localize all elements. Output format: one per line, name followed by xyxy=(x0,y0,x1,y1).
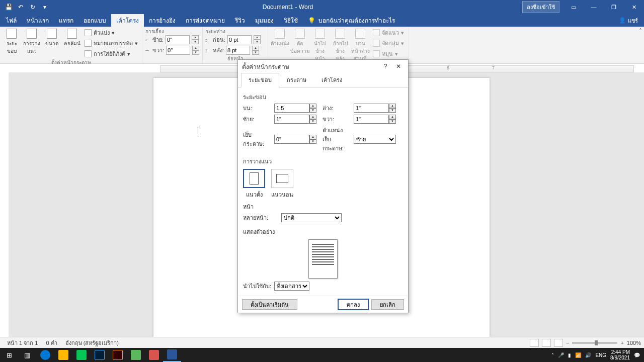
breaks-button[interactable]: ตัวแบ่ง ▾ xyxy=(83,28,140,38)
tray-wifi-icon[interactable]: 📶 xyxy=(575,352,581,358)
breaks-label: ตัวแบ่ง xyxy=(94,28,110,37)
vertical-ruler[interactable] xyxy=(0,73,9,341)
signin-button[interactable]: ลงชื่อเข้าใช้ xyxy=(522,1,559,13)
save-icon[interactable]: 💾 xyxy=(3,2,14,13)
zoom-out-icon[interactable]: − xyxy=(566,340,569,346)
dialog-tab-paper[interactable]: กระดาษ xyxy=(279,73,314,87)
spinner-left[interactable]: ▲▼ xyxy=(309,115,316,124)
margins-label: ระยะขอบ xyxy=(3,40,20,55)
align-button[interactable]: จัดแนว ▾ xyxy=(371,28,406,38)
tab-mailings[interactable]: การส่งจดหมาย xyxy=(181,14,230,27)
tab-references[interactable]: การอ้างอิง xyxy=(144,14,181,27)
tray-clock[interactable]: 2:44 PM 8/9/2021 xyxy=(610,349,630,360)
tray-lang[interactable]: ENG xyxy=(595,352,606,358)
indent-right-input[interactable] xyxy=(166,46,190,55)
input-bottom[interactable] xyxy=(354,104,389,113)
input-gutter[interactable] xyxy=(274,135,309,144)
spacing-after-input[interactable] xyxy=(226,46,250,55)
maximize-icon[interactable]: ❐ xyxy=(604,0,624,14)
indent-right-row: → ขวา: ▲▼ xyxy=(144,46,199,55)
tray-notifications-icon[interactable]: 💬 xyxy=(634,352,640,358)
qat-more-icon[interactable]: ▾ xyxy=(39,2,50,13)
line-numbers-button[interactable]: หมายเลขบรรทัด ▾ xyxy=(83,38,140,48)
share-button[interactable]: 👤 แชร์ xyxy=(613,14,644,27)
zoom-level[interactable]: 100% xyxy=(627,340,641,346)
section-preview: แสดงตัวอย่าง xyxy=(243,227,403,236)
hyphenation-button[interactable]: การใส่ยัติภังค์ ▾ xyxy=(83,49,140,59)
status-page[interactable]: หน้า 1 จาก 1 xyxy=(3,338,42,347)
tray-mic-icon[interactable]: 🎤 xyxy=(558,352,564,358)
collapse-ribbon-icon[interactable]: ˄ xyxy=(639,28,642,35)
photoshop-icon[interactable] xyxy=(91,348,109,362)
tab-design[interactable]: ออกแบบ xyxy=(78,14,111,27)
line-icon[interactable] xyxy=(72,348,91,362)
zoom-slider[interactable] xyxy=(572,342,617,344)
select-gutter-pos[interactable]: ซ้าย xyxy=(354,135,396,144)
status-words[interactable]: 0 คำ xyxy=(42,338,61,347)
columns-button[interactable]: คอลัมน์ xyxy=(62,28,82,48)
undo-icon[interactable]: ↶ xyxy=(15,2,26,13)
ok-button[interactable]: ตกลง xyxy=(338,299,368,310)
spinner-gutter[interactable]: ▲▼ xyxy=(309,135,316,144)
tab-insert[interactable]: แทรก xyxy=(54,14,78,27)
tell-me-search[interactable]: 💡 บอกฉันว่าคุณต้องการทำอะไร xyxy=(303,14,400,27)
view-web-icon[interactable] xyxy=(554,339,563,347)
word-icon[interactable] xyxy=(163,348,181,362)
view-read-icon[interactable] xyxy=(530,339,539,347)
spacing-before-spinner[interactable]: ▲▼ xyxy=(254,35,261,44)
tab-view[interactable]: มุมมอง xyxy=(250,14,279,27)
spinner-top[interactable]: ▲▼ xyxy=(309,104,316,113)
explorer-icon[interactable] xyxy=(54,348,72,362)
view-print-icon[interactable] xyxy=(542,339,551,347)
tab-help[interactable]: วิธีใช้ xyxy=(279,14,303,27)
spinner-bottom[interactable]: ▲▼ xyxy=(389,104,396,113)
illustrator-icon[interactable] xyxy=(109,348,127,362)
edge-icon[interactable] xyxy=(36,348,54,362)
wrap-icon xyxy=(295,29,305,39)
indent-right-spinner[interactable]: ▲▼ xyxy=(192,46,199,55)
tray-chevron-icon[interactable]: ˄ xyxy=(551,352,554,358)
camtasia-icon[interactable] xyxy=(127,348,145,362)
rotate-button: หมุน ▾ xyxy=(371,49,406,59)
text-cursor xyxy=(198,127,198,134)
align-label: จัดแนว xyxy=(382,28,399,37)
minimize-icon[interactable]: — xyxy=(584,0,604,14)
cancel-button[interactable]: ยกเลิก xyxy=(371,299,404,310)
select-apply-to[interactable]: ทั้งเอกสาร xyxy=(274,282,309,291)
size-button[interactable]: ขนาด xyxy=(42,28,61,48)
tab-review[interactable]: รีวิว xyxy=(230,14,250,27)
tab-file[interactable]: ไฟล์ xyxy=(1,14,22,27)
orientation-landscape[interactable]: แนวนอน xyxy=(271,169,293,199)
dialog-tab-layout[interactable]: เค้าโครง xyxy=(314,73,350,87)
tray-sound-icon[interactable]: 🔊 xyxy=(585,352,591,358)
select-multiple-pages[interactable]: ปกติ xyxy=(281,213,342,222)
dialog-tab-margins[interactable]: ระยะขอบ xyxy=(241,73,279,87)
margins-button[interactable]: ระยะขอบ xyxy=(2,28,21,56)
input-right[interactable] xyxy=(354,115,389,124)
start-button[interactable]: ⊞ xyxy=(0,348,18,362)
spacing-after-spinner[interactable]: ▲▼ xyxy=(252,46,259,55)
tab-home[interactable]: หน้าแรก xyxy=(22,14,54,27)
zoom-in-icon[interactable]: + xyxy=(620,340,623,346)
indent-left-spinner[interactable]: ▲▼ xyxy=(192,35,199,44)
orientation-portrait[interactable]: แนวตั้ง xyxy=(243,169,265,199)
ribbon-options-icon[interactable]: ▭ xyxy=(564,0,584,14)
redo-icon[interactable]: ↻ xyxy=(27,2,38,13)
dialog-help-icon[interactable]: ? xyxy=(380,61,391,71)
indent-left-input[interactable] xyxy=(166,35,190,44)
set-default-button[interactable]: ตั้งเป็นค่าเริ่มต้น xyxy=(242,299,297,310)
status-language[interactable]: อังกฤษ (สหรัฐอเมริกา) xyxy=(61,338,123,347)
spacing-before-input[interactable] xyxy=(227,35,252,44)
orientation-button[interactable]: การวางแนว xyxy=(22,28,41,56)
app-c-icon[interactable] xyxy=(145,348,163,362)
tab-layout[interactable]: เค้าโครง xyxy=(111,14,144,27)
tray-battery-icon[interactable]: ▮ xyxy=(568,352,571,358)
close-icon[interactable]: ✕ xyxy=(624,0,644,14)
dialog-close-icon[interactable]: ✕ xyxy=(393,61,404,71)
spinner-right[interactable]: ▲▼ xyxy=(389,115,396,124)
input-top[interactable] xyxy=(274,104,309,113)
task-view-icon[interactable]: ▥ xyxy=(18,348,36,362)
ruler-mark-6: 6 xyxy=(447,65,449,70)
input-left[interactable] xyxy=(274,115,309,124)
dialog-titlebar[interactable]: ตั้งค่าหน้ากระดาษ ? ✕ xyxy=(238,60,408,73)
